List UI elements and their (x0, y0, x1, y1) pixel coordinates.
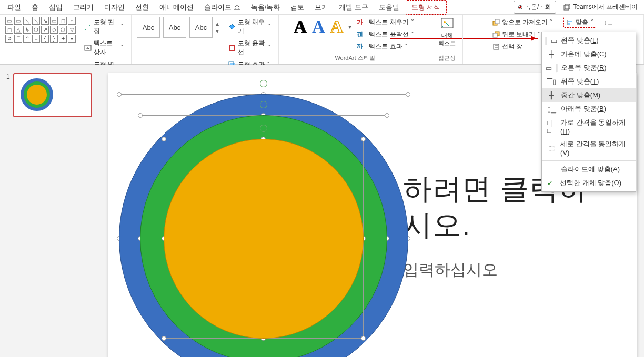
text-effect-button[interactable]: 까 텍스트 효과 ˅ (355, 41, 416, 52)
align-bottom[interactable]: ▯▁아래쪽 맞춤(B) (542, 102, 636, 116)
alt-text-label[interactable]: 대체 텍스트 (438, 32, 456, 47)
thumbnail-panel: 1 (0, 65, 105, 357)
align-to-selection[interactable]: ✓선택한 개체 맞춤(O) (542, 176, 636, 190)
svg-text:A: A (86, 46, 89, 50)
text-fill-button[interactable]: 가 텍스트 채우기 ˅ (355, 17, 416, 28)
group-label: 접근성 (437, 53, 457, 64)
align-button[interactable]: 맞춤 ˅ (564, 17, 596, 28)
tab-shape-format[interactable]: 도형 서식 (406, 0, 447, 15)
tab-review[interactable]: 검토 (285, 1, 309, 14)
tab-draw[interactable]: 그리기 (68, 1, 99, 14)
check-icon: ✓ (547, 179, 555, 187)
align-middle-icon: ╂ (547, 91, 556, 99)
tab-slideshow[interactable]: 슬라이드 쇼 (199, 1, 246, 14)
svg-rect-19 (568, 21, 572, 22)
align-middle[interactable]: ╂중간 맞춤(M) (542, 88, 636, 102)
shape-outline-button[interactable]: 도형 윤곽선 ˅ (226, 38, 273, 58)
record-icon (518, 5, 522, 9)
rotate-handle[interactable] (260, 101, 267, 108)
tab-dev[interactable]: 개발 도구 (334, 1, 374, 14)
teams-icon (564, 4, 571, 11)
group-label: WordArt 스타일 (284, 53, 426, 64)
svg-rect-20 (568, 23, 570, 25)
tab-home[interactable]: 홈 (26, 1, 44, 14)
slide-thumbnail[interactable] (13, 73, 92, 117)
align-bottom-icon: ▯▁ (547, 105, 556, 113)
group-accessibility: 대체 텍스트 접근성 (431, 15, 463, 64)
edit-shape-button[interactable]: 도형 편집 ˅ (82, 17, 126, 37)
tab-record[interactable]: 녹음/녹화 (246, 1, 286, 14)
align-to-slide[interactable]: 슬라이드에 맞춤(A) (542, 162, 636, 176)
rotate-handle[interactable] (260, 125, 267, 132)
svg-rect-14 (493, 33, 497, 37)
alt-text-icon[interactable] (440, 17, 455, 30)
subtitle-placeholder[interactable]: 입력하십시오 (403, 259, 498, 281)
group-wordart: A A A ▾ 가 텍스트 채우기 ˅ 갠 텍스트 윤곽선 ˅ 까 텍스트 효과… (279, 15, 431, 64)
shape-gallery[interactable]: ▭▭＼＼↘▭◻○ ◻△↳⬡↗◇⬠▽ ↺⌒⌃⌄{}✦▾ (5, 17, 76, 43)
text-outline-button[interactable]: 갠 텍스트 윤곽선 ˅ (355, 29, 416, 40)
circle-yellow[interactable] (164, 139, 364, 339)
group-shape-style: Abc Abc Abc ▴▾ 도형 채우기 ˅ 도형 윤곽선 ˅ 도형 효과 ˅… (132, 15, 279, 64)
rotate-handle[interactable] (260, 80, 267, 87)
bring-forward-button[interactable]: 앞으로 가져오기 ˅ (490, 17, 555, 28)
tab-transition[interactable]: 전환 (130, 1, 154, 14)
tab-file[interactable]: 파일 (2, 1, 26, 14)
style-gallery[interactable]: Abc Abc Abc ▴▾ (137, 17, 223, 38)
tab-help[interactable]: 도움말 (374, 1, 405, 14)
dist-v-icon: ⬚ (547, 144, 555, 152)
teams-label: Teams에서 프레젠테이 (573, 3, 638, 12)
distribute-h[interactable]: □|□가로 간격을 동일하게(H) (542, 116, 636, 137)
tab-animation[interactable]: 애니메이션 (154, 1, 199, 14)
svg-rect-0 (564, 5, 569, 10)
align-left-icon: ▏▭ (547, 37, 556, 45)
textbox-button[interactable]: A텍스트 상자 ˅ (82, 38, 126, 58)
group-shape-insert: ▭▭＼＼↘▭◻○ ◻△↳⬡↗◇⬠▽ ↺⌒⌃⌄{}✦▾ 도형 편집 ˅ A텍스트 … (0, 15, 132, 64)
align-top-icon: ▔▯ (547, 78, 556, 86)
distribute-v[interactable]: ⬚세로 간격을 동일하게(V) (542, 137, 636, 159)
tab-design[interactable]: 디자인 (99, 1, 130, 14)
slide-number: 1 (6, 73, 10, 117)
record-label: 녹음/녹화 (525, 3, 551, 12)
svg-point-10 (444, 21, 446, 23)
tab-insert[interactable]: 삽입 (44, 1, 68, 14)
teams-present-button[interactable]: Teams에서 프레젠테이 (559, 1, 642, 13)
align-icon (566, 19, 573, 26)
align-center-icon: ┿ (547, 50, 556, 58)
tab-view[interactable]: 보기 (309, 1, 334, 14)
align-right-icon: ▭▕ (547, 64, 556, 72)
svg-rect-15 (494, 44, 499, 49)
align-dropdown: ▏▭왼쪽 맞춤(L) ┿가운데 맞춤(C) ▭▕오른쪽 맞춤(R) ▔▯위쪽 맞… (541, 32, 636, 192)
align-left[interactable]: ▏▭왼쪽 맞춤(L) (542, 34, 636, 47)
menu-bar: 파일 홈 삽입 그리기 디자인 전환 애니메이션 슬라이드 쇼 녹음/녹화 검토… (0, 0, 644, 15)
align-center[interactable]: ┿가운데 맞춤(C) (542, 47, 636, 61)
dist-h-icon: □|□ (547, 119, 555, 135)
svg-rect-6 (229, 45, 235, 50)
align-right[interactable]: ▭▕오른쪽 맞춤(R) (542, 61, 636, 75)
align-top[interactable]: ▔▯위쪽 맞춤(T) (542, 75, 636, 88)
record-button[interactable]: 녹음/녹화 (514, 1, 556, 14)
svg-rect-12 (495, 19, 499, 24)
shape-fill-button[interactable]: 도형 채우기 ˅ (226, 17, 273, 37)
wordart-gallery[interactable]: A A A ▾ (294, 17, 351, 37)
svg-rect-1 (565, 4, 570, 9)
